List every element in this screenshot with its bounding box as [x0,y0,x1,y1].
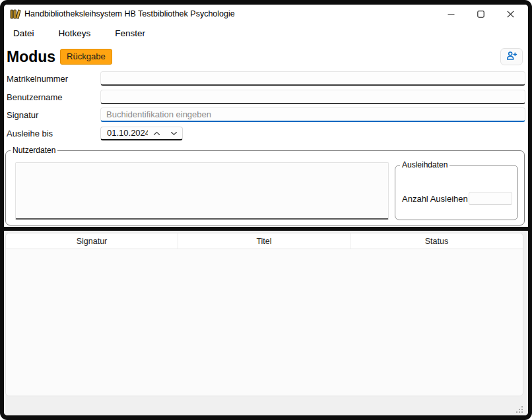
add-user-button[interactable] [500,48,523,65]
matrikelnummer-row: Matrikelnummer [7,71,525,86]
title-bar: Handbibliotheksleihsystem HB Testbibliot… [4,5,528,23]
column-header-signatur[interactable]: Signatur [6,233,178,249]
anzahl-ausleihen-input[interactable] [469,192,512,205]
maximize-icon [477,10,484,20]
anzahl-ausleihen-label: Anzahl Ausleihen [402,194,469,204]
person-add-icon [506,51,517,63]
window-controls [436,5,525,24]
user-details-textarea[interactable] [15,162,389,220]
ausleihe-bis-row: Ausleihe bis [7,126,525,140]
column-header-titel[interactable]: Titel [178,233,350,249]
ausleihe-bis-label: Ausleihe bis [7,129,100,138]
date-decrement-button[interactable] [165,127,182,139]
window-title: Handbibliotheksleihsystem HB Testbibliot… [24,5,235,23]
anzahl-ausleihen-row: Anzahl Ausleihen [402,192,512,205]
ausleihdaten-legend: Ausleihdaten [400,160,449,169]
benutzername-input[interactable] [100,90,525,104]
due-date-input[interactable] [101,128,148,138]
chevron-down-icon [170,128,178,138]
matrikelnummer-input[interactable] [100,71,525,86]
chevron-up-icon [153,128,160,138]
nutzerdaten-legend: Nutzerdaten [11,146,57,155]
close-icon [507,10,514,20]
minimize-icon [448,10,455,20]
date-increment-button[interactable] [148,127,165,139]
mode-header: Modus Rückgabe [7,45,523,68]
menu-hotkeys[interactable]: Hotkeys [57,26,92,40]
menu-fenster[interactable]: Fenster [114,26,147,40]
maximize-button[interactable] [466,5,496,24]
app-window: Handbibliotheksleihsystem HB Testbibliot… [0,0,532,420]
resize-grip-icon[interactable] [514,404,523,413]
table-header-row: Signatur Titel Status [6,233,523,249]
signatur-label: Signatur [7,110,100,120]
window-content: Handbibliotheksleihsystem HB Testbibliot… [4,5,528,415]
minimize-button[interactable] [436,5,466,24]
close-button[interactable] [496,5,525,24]
nutzerdaten-groupbox: Nutzerdaten Ausleihdaten Anzahl Ausleihe… [5,150,525,225]
page-title: Modus [7,48,55,66]
table-section: Signatur Titel Status [4,231,528,415]
benutzername-row: Benutzername [7,90,525,104]
mode-badge: Rückgabe [60,49,112,65]
table-body-empty [6,249,523,396]
benutzername-label: Benutzername [7,92,100,102]
signatur-input[interactable] [100,107,525,122]
due-date-spinner[interactable] [100,127,183,140]
menu-datei[interactable]: Datei [12,26,36,40]
matrikelnummer-label: Matrikelnummer [7,74,100,84]
menu-bar: Datei Hotkeys Fenster [4,24,528,42]
signatur-row: Signatur [7,107,525,122]
loans-table: Signatur Titel Status [5,233,523,396]
books-app-icon [10,9,21,20]
column-header-status[interactable]: Status [350,233,523,249]
ausleihdaten-groupbox: Ausleihdaten Anzahl Ausleihen [395,165,518,220]
